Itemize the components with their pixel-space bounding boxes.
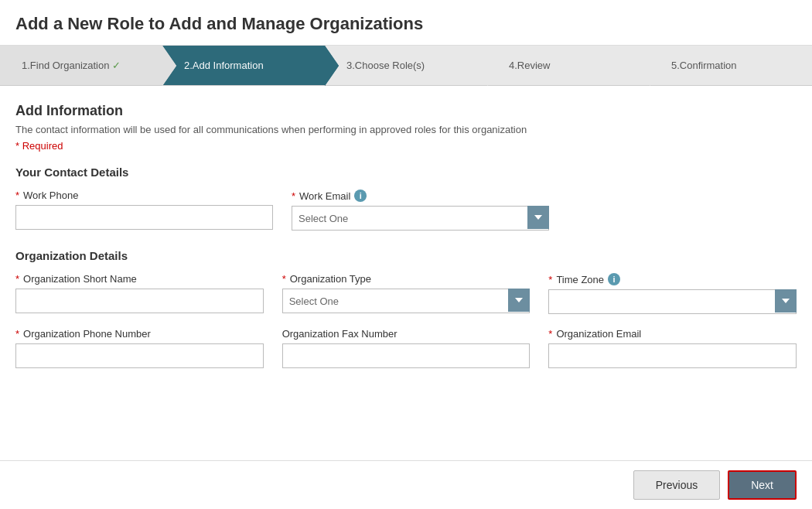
step-3-number: 3. <box>346 60 355 71</box>
org-phone-input[interactable] <box>15 343 264 368</box>
timezone-label: * Time Zone i <box>548 273 797 285</box>
contact-section-title: Your Contact Details <box>15 166 797 179</box>
work-email-select-text: Select One <box>299 213 348 224</box>
org-section-title: Organization Details <box>15 249 797 262</box>
org-phone-required: * <box>15 328 19 340</box>
org-type-required: * <box>282 273 286 285</box>
step-2-arrow <box>325 46 339 86</box>
org-short-name-input[interactable] <box>15 289 264 313</box>
step-5[interactable]: 5. Confirmation <box>650 46 812 85</box>
step-4-arrow <box>650 46 664 86</box>
step-2[interactable]: 2. Add Information <box>162 46 325 85</box>
step-3-arrow <box>487 46 501 86</box>
org-email-label: * Organization Email <box>548 328 797 340</box>
timezone-select-wrapper[interactable] <box>548 289 797 314</box>
org-type-label: * Organization Type <box>282 273 531 285</box>
next-button[interactable]: Next <box>728 470 797 500</box>
step-1-label: Find Organization <box>30 60 110 71</box>
org-type-select-text: Select One <box>289 295 339 307</box>
step-2-number: 2. <box>184 60 193 71</box>
org-short-name-field: * Organization Short Name <box>15 273 264 313</box>
timezone-field: * Time Zone i <box>548 273 797 314</box>
org-type-field: * Organization Type Select One <box>282 273 531 313</box>
main-content: Add Information The contact information … <box>0 86 812 460</box>
org-short-name-label: * Organization Short Name <box>15 273 264 285</box>
step-4-label: Review <box>517 60 551 71</box>
page-title: Add a New Role to Add and Manage Organiz… <box>0 0 812 46</box>
org-fax-field: Organization Fax Number <box>282 328 531 368</box>
work-email-select-wrapper[interactable]: Select One <box>292 206 549 231</box>
org-details-section: Organization Details * Organization Shor… <box>15 249 797 368</box>
work-phone-required: * <box>15 190 19 201</box>
step-4[interactable]: 4. Review <box>487 46 650 85</box>
work-email-info-icon[interactable]: i <box>354 190 367 202</box>
work-phone-field: * Work Phone <box>15 190 273 230</box>
section-title: Add Information <box>15 103 797 119</box>
org-row-2: * Organization Phone Number Organization… <box>15 328 797 368</box>
step-5-label: Confirmation <box>680 60 737 71</box>
footer: Previous Next <box>0 460 812 509</box>
org-type-select-wrapper[interactable]: Select One <box>282 289 531 313</box>
timezone-select[interactable] <box>548 289 797 314</box>
org-type-select[interactable]: Select One <box>282 289 531 313</box>
step-1-checkmark: ✓ <box>112 60 121 71</box>
org-fax-label: Organization Fax Number <box>282 328 531 340</box>
org-fax-input[interactable] <box>282 343 531 368</box>
work-email-select[interactable]: Select One <box>292 206 549 231</box>
work-email-required: * <box>292 190 295 202</box>
org-email-input[interactable] <box>548 343 797 368</box>
required-note: * Required <box>15 140 797 152</box>
org-short-name-required: * <box>15 273 19 285</box>
work-email-field: * Work Email i Select One <box>292 190 549 231</box>
step-3-label: Choose Role(s) <box>355 60 425 71</box>
work-phone-input[interactable] <box>15 205 273 230</box>
org-email-field: * Organization Email <box>548 328 797 368</box>
step-1-arrow <box>162 46 176 86</box>
step-1[interactable]: 1. Find Organization ✓ <box>0 46 162 85</box>
step-1-number: 1. <box>22 60 30 71</box>
section-desc: The contact information will be used for… <box>15 124 797 135</box>
contact-row: * Work Phone * Work Email i Select One <box>15 190 797 231</box>
work-phone-label: * Work Phone <box>15 190 273 201</box>
step-4-number: 4. <box>509 60 517 71</box>
org-phone-label: * Organization Phone Number <box>15 328 264 340</box>
step-3[interactable]: 3. Choose Role(s) <box>325 46 487 85</box>
org-phone-field: * Organization Phone Number <box>15 328 264 368</box>
timezone-info-icon[interactable]: i <box>608 273 620 285</box>
stepper: 1. Find Organization ✓ 2. Add Informatio… <box>0 46 812 86</box>
timezone-required: * <box>548 274 552 285</box>
work-email-dropdown-arrow-icon[interactable] <box>527 206 549 229</box>
step-2-label: Add Information <box>193 60 264 71</box>
org-row-1: * Organization Short Name * Organization… <box>15 273 797 314</box>
page-wrapper: Add a New Role to Add and Manage Organiz… <box>0 0 812 509</box>
step-5-number: 5. <box>671 60 680 71</box>
timezone-dropdown-arrow-icon[interactable] <box>775 289 797 313</box>
org-email-required: * <box>548 328 552 340</box>
org-type-dropdown-arrow-icon[interactable] <box>508 289 530 312</box>
work-email-label: * Work Email i <box>292 190 549 202</box>
previous-button[interactable]: Previous <box>633 470 720 500</box>
